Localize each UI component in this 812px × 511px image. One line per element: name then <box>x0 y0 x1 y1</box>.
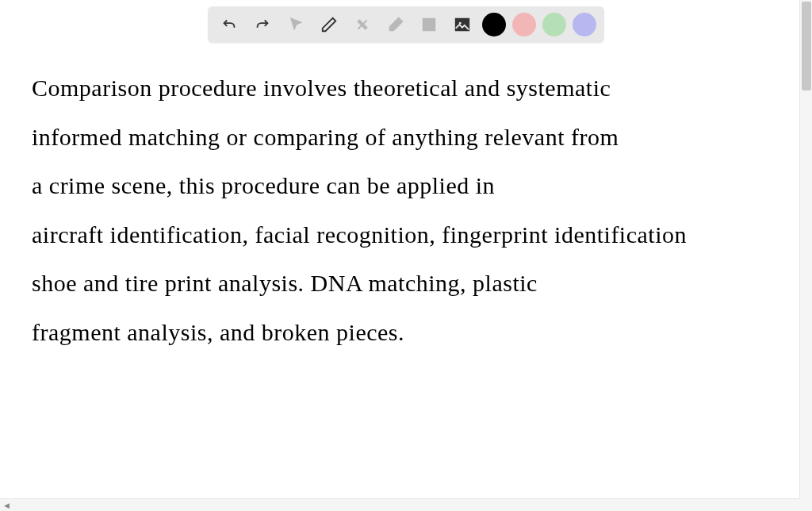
eraser-icon <box>387 16 404 33</box>
color-black[interactable] <box>482 13 506 36</box>
horizontal-scrollbar[interactable]: ◀ <box>0 498 799 511</box>
undo-icon <box>220 16 238 33</box>
image-button[interactable] <box>449 11 476 38</box>
text-line: a crime scene, this procedure can be app… <box>32 161 745 210</box>
tools-icon <box>354 16 371 33</box>
vertical-scroll-thumb[interactable] <box>802 2 811 90</box>
color-purple[interactable] <box>573 13 596 36</box>
scrollbar-corner <box>799 498 812 511</box>
text-line: informed matching or comparing of anythi… <box>32 113 745 162</box>
pencil-button[interactable] <box>316 11 343 38</box>
text-line: Comparison procedure involves theoretica… <box>32 63 745 113</box>
text-icon <box>420 16 438 33</box>
redo-icon <box>254 16 271 33</box>
drawing-toolbar <box>208 6 604 43</box>
eraser-button[interactable] <box>382 11 409 38</box>
scroll-left-arrow-icon[interactable]: ◀ <box>0 499 13 511</box>
undo-button[interactable] <box>216 11 243 38</box>
image-icon <box>454 16 471 33</box>
drawing-canvas[interactable]: Comparison procedure involves theoretica… <box>0 0 799 498</box>
pointer-button[interactable] <box>282 11 309 38</box>
tools-button[interactable] <box>349 11 376 38</box>
text-line: shoe and tire print analysis. DNA matchi… <box>32 259 745 308</box>
text-line: aircraft identification, facial recognit… <box>32 210 745 259</box>
pencil-icon <box>320 16 338 33</box>
vertical-scrollbar[interactable]: ▲ <box>799 0 812 511</box>
text-button[interactable] <box>416 11 442 38</box>
pointer-icon <box>287 16 304 33</box>
color-pink[interactable] <box>512 13 536 36</box>
text-line: fragment analysis, and broken pieces. <box>32 308 745 357</box>
color-green[interactable] <box>542 13 566 36</box>
redo-button[interactable] <box>249 11 276 38</box>
handwritten-text-block: Comparison procedure involves theoretica… <box>32 63 745 356</box>
